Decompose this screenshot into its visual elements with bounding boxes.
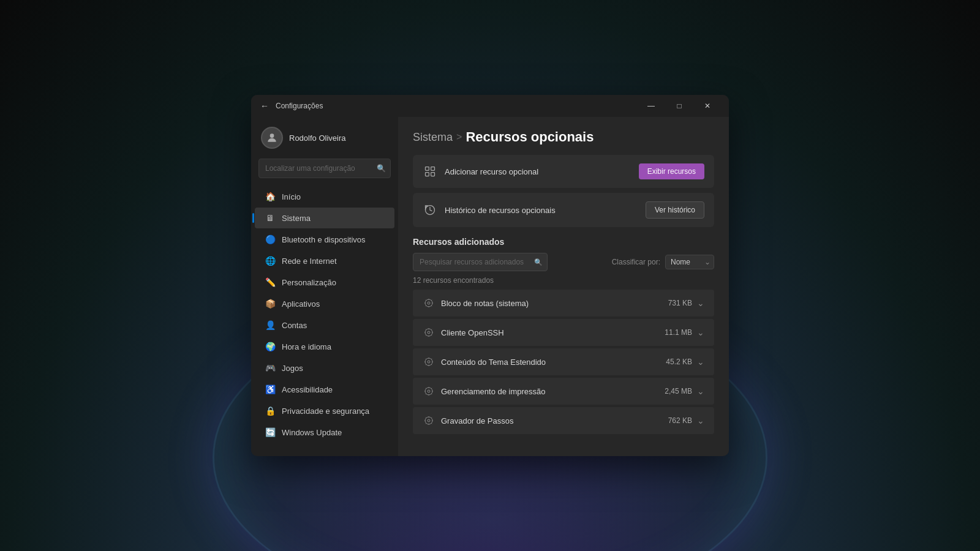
sidebar-item-windows-update[interactable]: 🔄Windows Update	[255, 422, 394, 443]
sidebar-item-personalizacao[interactable]: ✏️Personalização	[255, 272, 394, 293]
resource-gear-icon	[423, 356, 435, 368]
nav-item-wrapper-inicio: 🏠Início	[251, 186, 398, 207]
main-layout: Rodolfo Oliveira 🔍 🏠Início🖥Sistema🔵Bluet…	[251, 117, 729, 456]
resource-item[interactable]: Gerenciamento de impressão2,45 MB⌄	[413, 378, 714, 405]
nav-item-wrapper-acessibilidade: ♿Acessibilidade	[251, 379, 398, 400]
resource-size: 762 KB	[668, 416, 692, 425]
sidebar-icon-bluetooth: 🔵	[265, 234, 276, 245]
svg-point-8	[428, 331, 430, 334]
resource-right: 731 KB⌄	[668, 298, 704, 308]
maximize-button[interactable]: □	[665, 95, 693, 117]
breadcrumb-parent[interactable]: Sistema	[413, 131, 453, 144]
sidebar-icon-hora: 🌍	[265, 341, 276, 352]
sidebar-item-jogos[interactable]: 🎮Jogos	[255, 358, 394, 378]
nav-item-wrapper-personalizacao: ✏️Personalização	[251, 272, 398, 293]
nav-list: 🏠Início🖥Sistema🔵Bluetooth e dispositivos…	[251, 186, 398, 443]
svg-rect-4	[431, 173, 435, 176]
resource-name: Conteúdo do Tema Estendido	[441, 358, 546, 367]
resource-left: Gerenciamento de impressão	[423, 385, 546, 397]
chevron-down-icon: ⌄	[697, 416, 704, 425]
svg-point-10	[428, 361, 430, 363]
sort-select[interactable]: Nome Tamanho	[665, 255, 714, 269]
history-card: Histórico de recursos opcionais Ver hist…	[413, 193, 714, 227]
nav-item-wrapper-aplicativos: 📦Aplicativos	[251, 293, 398, 314]
history-card-left: Histórico de recursos opcionais	[423, 203, 556, 217]
sidebar-label-aplicativos: Aplicativos	[282, 299, 320, 309]
sidebar-search-box: 🔍	[258, 159, 391, 178]
close-button[interactable]: ✕	[693, 95, 722, 117]
resource-item[interactable]: Cliente OpenSSH11.1 MB⌄	[413, 319, 714, 346]
nav-item-wrapper-hora: 🌍Hora e idioma	[251, 336, 398, 357]
sidebar-label-rede: Rede e Internet	[282, 257, 337, 266]
history-icon	[423, 203, 437, 217]
sidebar-icon-personalizacao: ✏️	[265, 277, 276, 288]
resources-search-input[interactable]	[413, 253, 548, 271]
sidebar-label-privacidade: Privacidade e segurança	[282, 407, 369, 416]
sidebar-icon-contas: 👤	[265, 320, 276, 331]
sidebar-item-bluetooth[interactable]: 🔵Bluetooth e dispositivos	[255, 229, 394, 250]
add-resource-card: Adicionar recurso opcional Exibir recurs…	[413, 155, 714, 188]
sidebar-label-contas: Contas	[282, 321, 307, 330]
show-resources-button[interactable]: Exibir recursos	[639, 163, 704, 179]
window-controls: — □ ✕	[637, 95, 722, 117]
svg-point-13	[425, 388, 432, 395]
sidebar-item-privacidade[interactable]: 🔒Privacidade e segurança	[255, 400, 394, 421]
nav-item-wrapper-rede: 🌐Rede e Internet	[251, 250, 398, 271]
sidebar-search-input[interactable]	[258, 159, 391, 178]
sidebar-label-hora: Hora e idioma	[282, 342, 331, 351]
window-title: Configurações	[276, 102, 637, 110]
sidebar-label-jogos: Jogos	[282, 364, 303, 373]
sidebar-item-acessibilidade[interactable]: ♿Acessibilidade	[255, 379, 394, 400]
nav-item-wrapper-bluetooth: 🔵Bluetooth e dispositivos	[251, 229, 398, 250]
resource-right: 45.2 KB⌄	[666, 357, 704, 367]
minimize-button[interactable]: —	[637, 95, 665, 117]
resource-right: 11.1 MB⌄	[665, 328, 704, 337]
svg-point-0	[270, 133, 274, 138]
resource-name: Bloco de notas (sistema)	[441, 299, 529, 308]
sidebar-item-aplicativos[interactable]: 📦Aplicativos	[255, 293, 394, 314]
resource-item[interactable]: Conteúdo do Tema Estendido45.2 KB⌄	[413, 348, 714, 375]
resources-search-box: 🔍	[413, 253, 548, 271]
chevron-down-icon: ⌄	[697, 298, 704, 308]
chevron-down-icon: ⌄	[697, 328, 704, 337]
nav-item-wrapper-contas: 👤Contas	[251, 315, 398, 335]
resource-name: Cliente OpenSSH	[441, 328, 504, 337]
back-button[interactable]: ←	[258, 100, 271, 112]
view-history-button[interactable]: Ver histórico	[646, 201, 704, 219]
resource-right: 2,45 MB⌄	[665, 386, 704, 396]
sidebar-icon-jogos: 🎮	[265, 362, 276, 373]
svg-point-7	[425, 299, 432, 307]
svg-rect-3	[426, 173, 429, 176]
sidebar-icon-inicio: 🏠	[265, 191, 276, 202]
svg-point-12	[428, 390, 430, 392]
resource-left: Conteúdo do Tema Estendido	[423, 356, 546, 368]
sidebar-item-sistema[interactable]: 🖥Sistema	[255, 208, 394, 228]
section-title: Recursos adicionados	[413, 237, 714, 247]
breadcrumb-current: Recursos opcionais	[466, 129, 594, 145]
resource-gear-icon	[423, 414, 435, 427]
resource-size: 2,45 MB	[665, 387, 692, 395]
resource-list: Bloco de notas (sistema)731 KB⌄ Cliente …	[413, 290, 714, 434]
sidebar-item-contas[interactable]: 👤Contas	[255, 315, 394, 335]
nav-item-wrapper-jogos: 🎮Jogos	[251, 358, 398, 378]
sidebar-icon-privacidade: 🔒	[265, 405, 276, 416]
sidebar-icon-acessibilidade: ♿	[265, 384, 276, 395]
svg-point-6	[428, 302, 430, 304]
resource-item[interactable]: Gravador de Passos762 KB⌄	[413, 407, 714, 434]
svg-point-14	[428, 419, 430, 422]
sidebar-label-inicio: Início	[282, 192, 301, 201]
sidebar-label-sistema: Sistema	[282, 214, 311, 223]
search-filter-row: 🔍 Classificar por: Nome Tamanho	[413, 253, 714, 271]
resource-gear-icon	[423, 385, 435, 397]
content-area: Sistema > Recursos opcionais Adicio	[398, 117, 729, 456]
resource-size: 731 KB	[668, 299, 692, 307]
resource-left: Cliente OpenSSH	[423, 326, 504, 339]
sidebar-item-rede[interactable]: 🌐Rede e Internet	[255, 250, 394, 271]
sidebar-item-hora[interactable]: 🌍Hora e idioma	[255, 336, 394, 357]
sidebar-item-inicio[interactable]: 🏠Início	[255, 186, 394, 207]
resource-name: Gravador de Passos	[441, 416, 514, 425]
resource-item[interactable]: Bloco de notas (sistema)731 KB⌄	[413, 290, 714, 317]
resource-count: 12 recursos encontrados	[413, 276, 714, 285]
avatar	[261, 127, 283, 149]
resources-search-icon: 🔍	[534, 258, 543, 266]
